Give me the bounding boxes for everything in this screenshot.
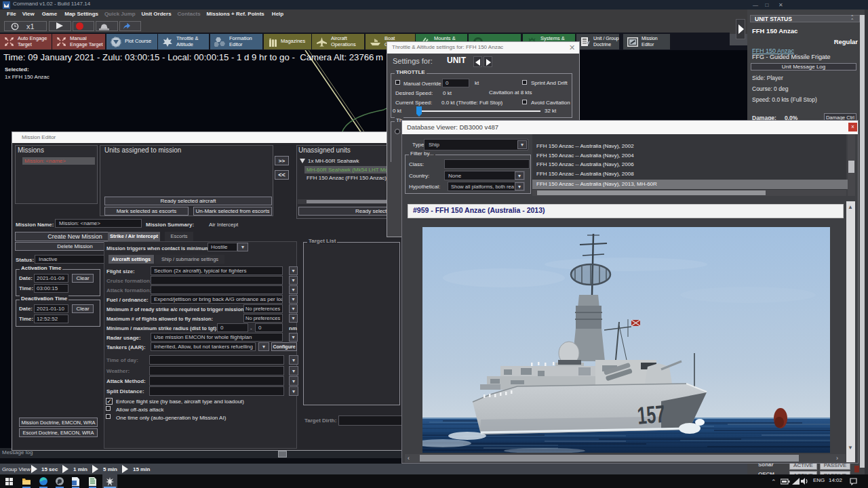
svg-text:157: 157 (636, 400, 666, 430)
